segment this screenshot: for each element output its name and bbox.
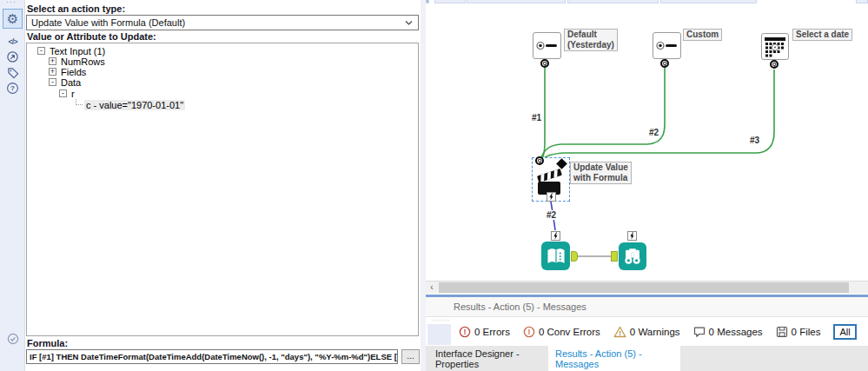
scrollbar-thumb[interactable] [439,282,849,293]
toolbar-drag-handle[interactable]: ··· [6,0,17,6]
action-type-dropdown[interactable]: Update Value with Formula (Default) [26,15,419,30]
toolbar-grip-dots: ······ [431,316,450,324]
gear-icon: ⚙ [7,12,18,25]
lightning-icon [548,193,554,201]
expand-icon[interactable]: + [49,68,56,76]
files-filter[interactable]: 0 Files [776,326,821,338]
tool-date-picker[interactable] [761,33,789,60]
lightning-icon [553,232,559,240]
warnings-filter[interactable]: ! 0 Warnings [613,326,680,338]
tool-radio-custom[interactable] [653,32,681,59]
expand-icon[interactable]: + [49,57,56,65]
action-anchor[interactable] [551,231,560,241]
svg-text:!: ! [619,329,621,337]
settings-button[interactable]: ⚙ [3,9,23,29]
tab-results-action[interactable]: Results - Action (5) - Messages [548,346,680,371]
message-icon [693,326,706,338]
lightning-icon [629,232,635,240]
tool-radio-default[interactable] [533,32,561,59]
connection-2[interactable] [541,68,665,158]
collapse-icon[interactable]: - [59,89,67,97]
warning-icon: ! [613,326,626,338]
conv-errors-filter[interactable]: ! 0 Conv Errors [523,326,600,338]
conv-error-icon: ! [523,326,535,338]
input-anchor[interactable] [611,251,618,262]
connection-label: #2 [648,128,659,137]
validate-button[interactable] [3,328,23,348]
book-icon [545,245,567,268]
question-anchor[interactable]: Q [660,59,669,68]
radio-button-icon [533,33,560,58]
toolbar-grip[interactable] [427,324,451,345]
errors-filter[interactable]: ! 0 Errors [459,326,510,338]
output-anchor[interactable] [571,251,578,262]
action-anchor[interactable] [547,192,556,202]
all-filter-button[interactable]: All [833,324,856,340]
workflow-canvas[interactable]: Q Default (Yesterday) Q Custom Q Select … [426,0,868,281]
results-toolbar: ······ ! 0 Errors ! 0 Conv Errors ! 0 Wa… [426,317,868,346]
question-anchor[interactable]: Q [770,60,779,69]
radio-button-icon [653,33,680,58]
calendar-icon [762,34,788,59]
tag-icon [7,67,19,79]
action-type-label: Select an action type: [27,3,125,14]
connection-3[interactable] [542,70,774,160]
chevron-down-icon [405,20,413,26]
horizontal-scrollbar[interactable]: ‹ [426,281,868,294]
connection-label: #3 [749,136,760,145]
attribute-label: Value or Attribute to Update: [27,31,156,42]
tool-annotation[interactable]: Custom [683,29,722,41]
code-icon: </> [8,37,17,46]
tree-connector [76,99,83,105]
svg-text:?: ? [10,84,15,92]
help-button[interactable]: ? [3,78,23,98]
error-icon: ! [459,326,471,338]
tab-interface-designer[interactable]: Interface Designer - Properties [426,346,548,371]
connection-label: #1 [531,113,542,123]
question-anchor[interactable]: Q [540,59,549,68]
files-icon [776,326,788,338]
question-anchor[interactable]: Q [535,156,544,165]
svg-text:!: ! [527,328,530,336]
results-panel-header: Results - Action (5) - Messages [426,297,868,317]
bottom-tab-bar: Interface Designer - Properties Results … [426,346,868,371]
check-icon [7,333,19,345]
svg-text:!: ! [464,328,467,336]
refresh-icon [6,50,19,63]
action-anchor[interactable] [627,231,637,241]
tool-annotation[interactable]: Select a date [792,29,852,41]
attribute-tree: - Text Input (1) + NumRows + Fields - Da… [26,43,419,336]
help-icon: ? [6,82,19,95]
tool-annotation[interactable]: Default (Yesterday) [564,29,618,51]
collapse-icon[interactable]: - [49,78,56,86]
collapse-icon[interactable]: - [37,47,45,55]
action-type-value: Update Value with Formula (Default) [31,17,185,28]
tool-browse[interactable] [619,242,646,270]
connections-layer [426,0,868,281]
formula-editor-button[interactable]: ... [401,349,420,364]
scroll-left-button[interactable]: ‹ [426,282,438,294]
messages-filter[interactable]: 0 Messages [693,326,763,338]
formula-label: Formula: [27,338,68,348]
left-toolbar: ··· ⚙ </> ? [0,0,25,371]
formula-input[interactable]: IF [#1] THEN DateTimeFormat(DateTimeAdd(… [26,349,398,364]
action-config-panel: Select an action type: Update Value with… [26,0,421,371]
connection-label: #2 [546,210,557,220]
tool-text-input[interactable] [541,242,570,270]
tool-annotation[interactable]: Update Value with Formula [570,162,632,184]
binoculars-icon [622,246,643,267]
